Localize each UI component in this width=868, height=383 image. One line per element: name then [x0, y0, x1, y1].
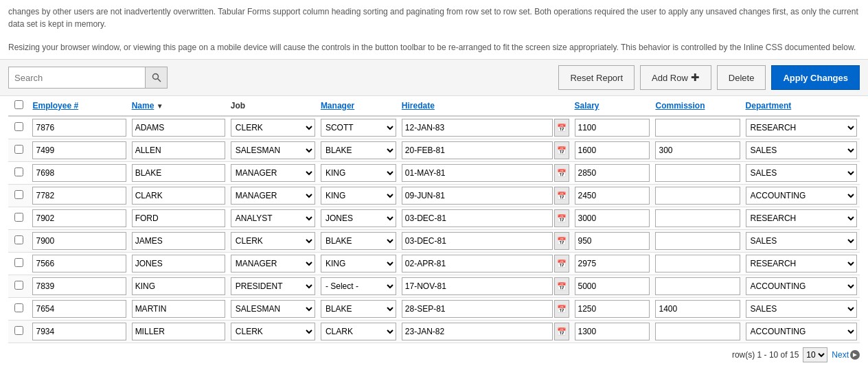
- empno-input[interactable]: [32, 277, 126, 295]
- hiredate-input[interactable]: [402, 277, 553, 295]
- hiredate-input[interactable]: [402, 119, 553, 137]
- manager-7-select[interactable]: - Select -ADAMSALLENBLAKECLARKFORDJAMESJ…: [321, 277, 396, 295]
- manager-8-select[interactable]: - Select -ADAMSALLENBLAKECLARKFORDJAMESJ…: [321, 300, 396, 318]
- manager-6-select[interactable]: - Select -ADAMSALLENBLAKECLARKFORDJAMESJ…: [321, 255, 396, 272]
- salary-input[interactable]: [575, 141, 650, 159]
- job-6-select[interactable]: ANALYSTCLERKMANAGERPRESIDENTSALESMAN: [231, 255, 315, 272]
- row-checkbox[interactable]: [14, 326, 23, 335]
- empno-input[interactable]: [32, 323, 126, 340]
- manager-4-select[interactable]: - Select -ADAMSALLENBLAKECLARKFORDJAMESJ…: [321, 209, 396, 227]
- manager-2-select[interactable]: - Select -ADAMSALLENBLAKECLARKFORDJAMESJ…: [321, 164, 396, 182]
- next-link[interactable]: Next ►: [832, 350, 860, 360]
- apply-changes-button[interactable]: Apply Changes: [771, 65, 860, 90]
- hiredate-input[interactable]: [402, 187, 553, 205]
- salary-input[interactable]: [575, 232, 650, 250]
- job-9-select[interactable]: ANALYSTCLERKMANAGERPRESIDENTSALESMAN: [231, 323, 315, 340]
- manager-9-select[interactable]: - Select -ADAMSALLENBLAKECLARKFORDJAMESJ…: [321, 323, 396, 340]
- commission-input[interactable]: [655, 209, 740, 227]
- hiredate-input[interactable]: [402, 232, 553, 250]
- calendar-button[interactable]: 📅: [554, 187, 569, 205]
- salary-input[interactable]: [575, 119, 650, 137]
- name-input[interactable]: [132, 187, 225, 205]
- name-input[interactable]: [132, 232, 225, 250]
- calendar-button[interactable]: 📅: [554, 300, 569, 318]
- hiredate-input[interactable]: [402, 300, 553, 318]
- sort-manager[interactable]: Manager: [321, 101, 354, 111]
- salary-input[interactable]: [575, 187, 650, 205]
- salary-input[interactable]: [575, 209, 650, 227]
- hiredate-input[interactable]: [402, 255, 553, 272]
- hiredate-input[interactable]: [402, 209, 553, 227]
- job-3-select[interactable]: ANALYSTCLERKMANAGERPRESIDENTSALESMAN: [231, 187, 315, 205]
- name-input[interactable]: [132, 277, 225, 295]
- commission-input[interactable]: [655, 277, 740, 295]
- salary-input[interactable]: [575, 164, 650, 182]
- dept-3-select[interactable]: ACCOUNTINGOPERATIONSRESEARCHSALES: [746, 187, 857, 205]
- manager-1-select[interactable]: - Select -ADAMSALLENBLAKECLARKFORDJAMESJ…: [321, 141, 396, 159]
- salary-input[interactable]: [575, 323, 650, 340]
- hiredate-input[interactable]: [402, 164, 553, 182]
- sort-empno[interactable]: Employee #: [32, 101, 78, 111]
- empno-input[interactable]: [32, 255, 126, 272]
- row-checkbox[interactable]: [14, 235, 23, 244]
- name-input[interactable]: [132, 119, 225, 137]
- row-checkbox[interactable]: [14, 213, 23, 222]
- salary-input[interactable]: [575, 255, 650, 272]
- job-0-select[interactable]: ANALYSTCLERKMANAGERPRESIDENTSALESMAN: [231, 119, 315, 137]
- commission-input[interactable]: [655, 323, 740, 340]
- row-checkbox[interactable]: [14, 145, 23, 154]
- empno-input[interactable]: [32, 187, 126, 205]
- sort-name[interactable]: Name: [132, 101, 155, 111]
- rows-per-page-select[interactable]: 10 15 25: [803, 347, 827, 362]
- calendar-button[interactable]: 📅: [554, 232, 569, 250]
- sort-salary[interactable]: Salary: [575, 101, 599, 111]
- salary-input[interactable]: [575, 277, 650, 295]
- row-checkbox[interactable]: [14, 190, 23, 199]
- calendar-button[interactable]: 📅: [554, 323, 569, 340]
- delete-button[interactable]: Delete: [717, 65, 766, 90]
- empno-input[interactable]: [32, 164, 126, 182]
- hiredate-input[interactable]: [402, 141, 553, 159]
- job-1-select[interactable]: ANALYSTCLERKMANAGERPRESIDENTSALESMAN: [231, 141, 315, 159]
- dept-4-select[interactable]: ACCOUNTINGOPERATIONSRESEARCHSALES: [746, 209, 857, 227]
- sort-department[interactable]: Department: [746, 101, 792, 111]
- empno-input[interactable]: [32, 232, 126, 250]
- sort-hiredate[interactable]: Hiredate: [402, 101, 435, 111]
- row-checkbox[interactable]: [14, 167, 23, 176]
- job-4-select[interactable]: ANALYSTCLERKMANAGERPRESIDENTSALESMAN: [231, 209, 315, 227]
- add-row-button[interactable]: Add Row ✚: [640, 65, 711, 90]
- commission-input[interactable]: [655, 232, 740, 250]
- reset-report-button[interactable]: Reset Report: [558, 65, 635, 90]
- name-input[interactable]: [132, 141, 225, 159]
- calendar-button[interactable]: 📅: [554, 209, 569, 227]
- manager-0-select[interactable]: - Select -ADAMSALLENBLAKECLARKFORDJAMESJ…: [321, 119, 396, 137]
- dept-8-select[interactable]: ACCOUNTINGOPERATIONSRESEARCHSALES: [746, 300, 857, 318]
- job-2-select[interactable]: ANALYSTCLERKMANAGERPRESIDENTSALESMAN: [231, 164, 315, 182]
- calendar-button[interactable]: 📅: [554, 277, 569, 295]
- job-7-select[interactable]: ANALYSTCLERKMANAGERPRESIDENTSALESMAN: [231, 277, 315, 295]
- empno-input[interactable]: [32, 119, 126, 137]
- dept-5-select[interactable]: ACCOUNTINGOPERATIONSRESEARCHSALES: [746, 232, 857, 250]
- hiredate-input[interactable]: [402, 323, 553, 340]
- dept-9-select[interactable]: ACCOUNTINGOPERATIONSRESEARCHSALES: [746, 323, 857, 340]
- calendar-button[interactable]: 📅: [554, 141, 569, 159]
- empno-input[interactable]: [32, 209, 126, 227]
- commission-input[interactable]: [655, 164, 740, 182]
- name-input[interactable]: [132, 255, 225, 272]
- manager-3-select[interactable]: - Select -ADAMSALLENBLAKECLARKFORDJAMESJ…: [321, 187, 396, 205]
- row-checkbox[interactable]: [14, 281, 23, 290]
- name-input[interactable]: [132, 209, 225, 227]
- row-checkbox[interactable]: [14, 258, 23, 267]
- salary-input[interactable]: [575, 300, 650, 318]
- job-8-select[interactable]: ANALYSTCLERKMANAGERPRESIDENTSALESMAN: [231, 300, 315, 318]
- dept-6-select[interactable]: ACCOUNTINGOPERATIONSRESEARCHSALES: [746, 255, 857, 272]
- empno-input[interactable]: [32, 300, 126, 318]
- commission-input[interactable]: [655, 187, 740, 205]
- dept-2-select[interactable]: ACCOUNTINGOPERATIONSRESEARCHSALES: [746, 164, 857, 182]
- commission-input[interactable]: [655, 141, 740, 159]
- search-input[interactable]: [8, 67, 146, 89]
- calendar-button[interactable]: 📅: [554, 255, 569, 272]
- calendar-button[interactable]: 📅: [554, 164, 569, 182]
- dept-7-select[interactable]: ACCOUNTINGOPERATIONSRESEARCHSALES: [746, 277, 857, 295]
- name-input[interactable]: [132, 323, 225, 340]
